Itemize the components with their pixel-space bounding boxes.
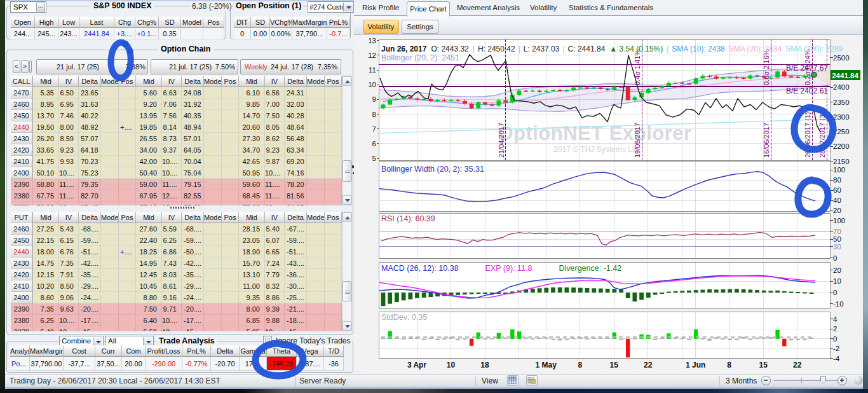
svg-text:2441.84: 2441.84 bbox=[832, 72, 858, 79]
svg-text:2350: 2350 bbox=[833, 99, 850, 106]
svg-text:15: 15 bbox=[610, 361, 619, 369]
svg-text:10: 10 bbox=[833, 277, 841, 285]
svg-text:2200: 2200 bbox=[833, 142, 850, 150]
svg-text:30: 30 bbox=[833, 243, 841, 251]
svg-text:2: 2 bbox=[833, 325, 837, 333]
svg-text:11: 11 bbox=[369, 66, 376, 74]
svg-text:0: 0 bbox=[833, 254, 837, 262]
svg-text:60: 60 bbox=[833, 186, 841, 194]
svg-text:16/06/2017: 16/06/2017 bbox=[763, 123, 770, 158]
svg-text:-10: -10 bbox=[833, 300, 844, 308]
svg-text:20: 20 bbox=[833, 207, 841, 214]
svg-text:1 May: 1 May bbox=[536, 361, 557, 369]
svg-text:12: 12 bbox=[368, 52, 376, 59]
svg-text:2017 © THJ Systems Ltd: 2017 © THJ Systems Ltd bbox=[553, 145, 638, 154]
svg-text:28/07/2017 (32): 28/07/2017 (32) bbox=[818, 108, 826, 158]
svg-text:6: 6 bbox=[372, 140, 376, 148]
svg-text:13: 13 bbox=[368, 37, 376, 45]
svg-text:20: 20 bbox=[833, 266, 841, 274]
svg-text:15: 15 bbox=[759, 361, 768, 369]
svg-text:22: 22 bbox=[644, 361, 653, 369]
svg-text:Jun 26, 2017O: 2443.32|H: 2450: Jun 26, 2017O: 2443.32|H: 2450.42|L: 243… bbox=[381, 45, 843, 53]
svg-text:70: 70 bbox=[833, 228, 841, 235]
svg-text:2300: 2300 bbox=[833, 113, 850, 121]
svg-text:RSI (14): 60.39: RSI (14): 60.39 bbox=[381, 214, 435, 223]
svg-text:0: 0 bbox=[833, 289, 837, 296]
svg-text:18: 18 bbox=[480, 361, 489, 369]
svg-text:21/04/2017: 21/04/2017 bbox=[498, 123, 505, 158]
svg-text:0.8σ 2.16%: 0.8σ 2.16% bbox=[763, 49, 770, 85]
svg-text:8: 8 bbox=[578, 361, 582, 369]
svg-text:8: 8 bbox=[727, 361, 731, 369]
svg-text:B/E 2402.61: B/E 2402.61 bbox=[786, 86, 828, 95]
svg-text:-2: -2 bbox=[833, 345, 839, 352]
svg-text:B/E 2477.67: B/E 2477.67 bbox=[786, 64, 828, 72]
svg-text:4: 4 bbox=[833, 315, 837, 323]
svg-text:100: 100 bbox=[833, 166, 845, 174]
svg-text:2250: 2250 bbox=[833, 128, 850, 135]
svg-text:40: 40 bbox=[833, 197, 841, 204]
svg-text:OptionNET Explorer: OptionNET Explorer bbox=[498, 122, 691, 144]
svg-text:2150: 2150 bbox=[833, 158, 850, 165]
svg-text:19/05/2017: 19/05/2017 bbox=[634, 123, 641, 158]
svg-text:-4: -4 bbox=[833, 355, 840, 362]
svg-text:Bollinger Width (20, 2): 35.31: Bollinger Width (20, 2): 35.31 bbox=[381, 165, 484, 174]
svg-text:0: 0 bbox=[833, 335, 837, 343]
svg-text:100: 100 bbox=[833, 217, 845, 224]
svg-text:StdDev: 0.35: StdDev: 0.35 bbox=[381, 313, 427, 322]
svg-text:2500: 2500 bbox=[833, 54, 850, 62]
svg-text:1 Jun: 1 Jun bbox=[686, 361, 705, 369]
svg-text:80: 80 bbox=[833, 176, 841, 184]
svg-text:2400: 2400 bbox=[833, 83, 850, 91]
svg-text:7: 7 bbox=[372, 125, 376, 133]
svg-text:10: 10 bbox=[447, 361, 456, 369]
svg-text:22: 22 bbox=[793, 361, 802, 369]
svg-text:MACD (26, 12): 10.38EXP (9): 1: MACD (26, 12): 10.38EXP (9): 11.8Diverge… bbox=[381, 264, 621, 273]
svg-text:50: 50 bbox=[833, 235, 841, 243]
svg-text:26/06/2017 (1): 26/06/2017 (1) bbox=[804, 112, 811, 158]
svg-text:0.4σ 1.41%: 0.4σ 1.41% bbox=[634, 49, 641, 85]
svg-text:8: 8 bbox=[372, 111, 376, 118]
svg-text:9: 9 bbox=[372, 95, 376, 103]
svg-text:10: 10 bbox=[368, 81, 376, 88]
svg-text:3 Apr: 3 Apr bbox=[407, 361, 427, 369]
svg-text:5: 5 bbox=[372, 155, 376, 162]
svg-text:Bollinger (20, 2): 2451: Bollinger (20, 2): 2451 bbox=[381, 53, 459, 62]
